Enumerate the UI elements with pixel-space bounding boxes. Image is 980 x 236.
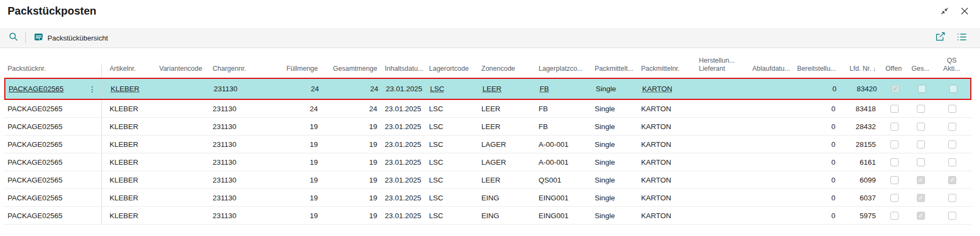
cell-qs[interactable]: [933, 194, 971, 202]
cell-packstuecknr[interactable]: PACKAGE02565: [4, 153, 102, 171]
ges-checkbox[interactable]: [917, 123, 925, 131]
cell-lfdnr[interactable]: 5975: [840, 212, 880, 220]
offen-checkbox[interactable]: [890, 194, 899, 202]
cell-fuellmenge[interactable]: 19: [280, 176, 322, 184]
cell-bereitstellung[interactable]: 0: [794, 105, 840, 113]
cell-packmitteltyp[interactable]: Single: [591, 123, 638, 131]
cell-artikelnr[interactable]: KLEBER: [102, 212, 156, 220]
cell-chargennr[interactable]: 231130: [210, 85, 281, 93]
cell-ges[interactable]: [908, 123, 933, 131]
qs-checkbox[interactable]: [948, 140, 956, 149]
offen-checkbox[interactable]: [891, 85, 900, 93]
qs-checkbox[interactable]: [948, 158, 956, 166]
ges-checkbox[interactable]: [917, 176, 925, 184]
cell-lagerortcode[interactable]: LSC: [426, 123, 478, 131]
cell-packstuecknr[interactable]: PACKAGE02565: [4, 171, 102, 188]
qs-checkbox[interactable]: [949, 85, 957, 93]
column-header-ges[interactable]: Ges...: [908, 65, 933, 78]
cell-packmitteltyp[interactable]: Single: [591, 158, 638, 166]
cell-gesamtmenge[interactable]: 19: [322, 140, 382, 149]
column-header-packstuecknr[interactable]: Packstücknr.: [4, 65, 102, 78]
offen-checkbox[interactable]: [890, 123, 899, 131]
cell-inhaltsdatum[interactable]: 23.01.2025: [382, 158, 426, 166]
cell-artikelnr[interactable]: KLEBER: [102, 158, 156, 166]
cell-artikelnr[interactable]: KLEBER: [102, 140, 156, 149]
cell-bereitstellung[interactable]: 0: [794, 123, 840, 131]
cell-chargennr[interactable]: 231130: [209, 194, 280, 202]
close-button[interactable]: [960, 6, 969, 16]
qs-checkbox[interactable]: [948, 123, 956, 131]
cell-chargennr[interactable]: 231130: [209, 212, 280, 220]
column-header-lagerortcode[interactable]: Lagerortcode: [426, 65, 478, 78]
cell-zonencode[interactable]: EING: [478, 212, 535, 220]
list-view-button[interactable]: [957, 32, 967, 44]
cell-artikelnr[interactable]: KLEBER: [102, 123, 156, 131]
cell-inhaltsdatum[interactable]: 23.01.2025: [382, 123, 426, 131]
cell-packstuecknr[interactable]: PACKAGE02565: [4, 100, 102, 117]
cell-lagerortcode[interactable]: LSC: [427, 85, 479, 93]
cell-lfdnr[interactable]: 28155: [840, 140, 880, 149]
column-header-variantencode[interactable]: Variantencode: [156, 65, 209, 78]
cell-ges[interactable]: [908, 105, 933, 113]
cell-gesamtmenge[interactable]: 24: [323, 85, 383, 93]
cell-gesamtmenge[interactable]: 24: [322, 105, 382, 113]
collapse-button[interactable]: [940, 6, 949, 16]
cell-zonencode[interactable]: EING: [478, 194, 535, 202]
column-header-qs[interactable]: QSAkti...: [933, 57, 971, 78]
cell-offen[interactable]: [880, 105, 908, 113]
cell-packmitteltyp[interactable]: Single: [591, 212, 638, 220]
cell-offen[interactable]: [880, 212, 908, 220]
ges-checkbox[interactable]: [918, 85, 926, 93]
cell-chargennr[interactable]: 231130: [209, 176, 280, 184]
column-header-zonencode[interactable]: Zonencode: [478, 65, 535, 78]
cell-bereitstellung[interactable]: 0: [795, 85, 841, 93]
cell-chargennr[interactable]: 231130: [209, 140, 280, 149]
cell-qs[interactable]: [933, 123, 971, 131]
cell-offen[interactable]: [880, 194, 908, 202]
cell-lagerortcode[interactable]: LSC: [426, 105, 478, 113]
cell-lagerplatzcode[interactable]: EING001: [535, 194, 591, 202]
ges-checkbox[interactable]: [917, 212, 925, 220]
cell-inhaltsdatum[interactable]: 23.01.2025: [382, 212, 426, 220]
cell-qs[interactable]: [933, 212, 971, 220]
cell-lagerortcode[interactable]: LSC: [426, 176, 478, 184]
cell-lagerortcode[interactable]: LSC: [426, 194, 478, 202]
cell-qs[interactable]: [933, 105, 971, 113]
cell-ges[interactable]: [908, 140, 933, 149]
cell-lagerortcode[interactable]: LSC: [426, 158, 478, 166]
cell-lfdnr[interactable]: 6099: [840, 176, 880, 184]
cell-offen[interactable]: [880, 158, 908, 166]
column-header-chargennr[interactable]: Chargennr.: [209, 65, 280, 78]
column-header-gesamtmenge[interactable]: Gesamtmenge: [322, 65, 382, 78]
cell-offen[interactable]: [880, 123, 908, 131]
cell-packmittelnr[interactable]: KARTON: [638, 140, 696, 149]
cell-qs[interactable]: [933, 176, 971, 184]
cell-bereitstellung[interactable]: 0: [794, 212, 840, 220]
cell-chargennr[interactable]: 231130: [209, 105, 280, 113]
column-header-offen[interactable]: Offen: [880, 65, 908, 78]
offen-checkbox[interactable]: [890, 158, 899, 166]
cell-inhaltsdatum[interactable]: 23.01.2025: [382, 140, 426, 149]
cell-ges[interactable]: [908, 158, 933, 166]
cell-chargennr[interactable]: 231130: [209, 123, 280, 131]
cell-lagerplatzcode[interactable]: QS001: [535, 176, 591, 184]
column-header-packmittelnr[interactable]: Packmittelnr.: [638, 65, 696, 78]
cell-fuellmenge[interactable]: 19: [280, 194, 322, 202]
cell-bereitstellung[interactable]: 0: [794, 140, 840, 149]
offen-checkbox[interactable]: [890, 176, 899, 184]
cell-packmitteltyp[interactable]: Single: [593, 85, 639, 93]
offen-checkbox[interactable]: [890, 140, 899, 149]
cell-packmitteltyp[interactable]: Single: [591, 176, 638, 184]
cell-packmittelnr[interactable]: KARTON: [638, 123, 696, 131]
cell-inhaltsdatum[interactable]: 23.01.2025: [382, 176, 426, 184]
ges-checkbox[interactable]: [917, 105, 925, 113]
cell-lagerortcode[interactable]: LSC: [426, 212, 478, 220]
cell-packstuecknr[interactable]: PACKAGE02565: [4, 136, 102, 153]
cell-artikelnr[interactable]: KLEBER: [103, 85, 157, 93]
column-header-lfdnr[interactable]: Lfd. Nr.↓: [840, 65, 880, 78]
column-header-herstellung[interactable]: Herstellun...Lieferant: [696, 57, 749, 78]
cell-ges[interactable]: [909, 85, 934, 93]
cell-qs[interactable]: [934, 85, 972, 93]
cell-lagerplatzcode[interactable]: A-00-001: [535, 140, 591, 149]
offen-checkbox[interactable]: [890, 105, 899, 113]
